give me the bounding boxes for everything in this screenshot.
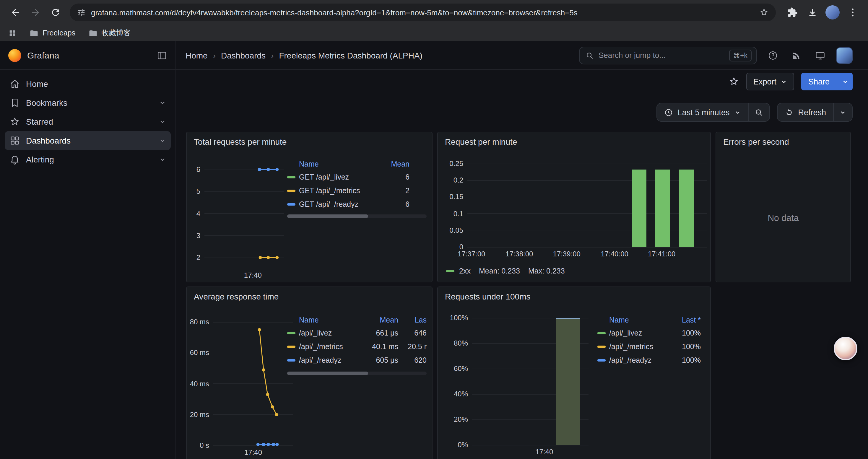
breadcrumb-home[interactable]: Home (186, 51, 208, 60)
time-range-group: Last 5 minutes (656, 103, 770, 122)
sidebar-item-bookmarks[interactable]: Bookmarks (5, 93, 171, 112)
share-dropdown-icon[interactable] (837, 73, 852, 90)
legend-row[interactable]: /api/_/metrics100% (597, 340, 701, 353)
y-axis-label: 40% (438, 390, 468, 398)
plot-area[interactable] (205, 165, 284, 268)
url-text: grafana.mathmast.com/d/deytv4rwavabkb/fr… (91, 8, 754, 17)
x-axis-label: 17:39:00 (540, 250, 593, 258)
legend-row[interactable]: GET /api/_/readyz6 (287, 197, 409, 211)
plot-area[interactable] (213, 317, 293, 446)
dock-menu-icon[interactable] (157, 50, 167, 61)
legend-column-header[interactable]: Last * (671, 316, 701, 324)
timeseries-chart[interactable]: 6543217:40NameMeanGET /api/_livez6GET /a… (187, 132, 432, 282)
grafana-header: Home › Dashboards › Freeleaps Metrics Da… (176, 41, 868, 70)
chevron-down-icon[interactable] (159, 137, 166, 144)
legend-column-header[interactable]: Name (597, 316, 671, 324)
browser-menu-icon[interactable] (843, 3, 862, 22)
legend-column-header[interactable]: Mean (379, 160, 409, 168)
zoom-out-icon[interactable] (748, 103, 769, 121)
bar-chart[interactable]: 100%80%60%40%20%0%17:40NameLast */api/_l… (438, 287, 710, 459)
monitor-icon[interactable] (812, 47, 828, 63)
legend-row[interactable]: /api/_/readyz605 μs620 (287, 353, 427, 367)
chevron-down-icon[interactable] (159, 118, 166, 125)
sidebar-item-alerting[interactable]: Alerting (5, 150, 171, 169)
apps-grid-icon[interactable] (8, 29, 17, 37)
refresh-button[interactable]: Refresh (777, 103, 833, 121)
url-bar[interactable]: grafana.mathmast.com/d/deytv4rwavabkb/fr… (70, 4, 776, 21)
rss-icon[interactable] (789, 47, 804, 63)
legend-row[interactable]: /api/_/readyz100% (597, 353, 701, 367)
downloads-icon[interactable] (803, 3, 822, 22)
gridline (467, 230, 707, 231)
chevron-down-icon (734, 109, 741, 116)
series-name[interactable]: 2xx (459, 267, 471, 275)
extensions-icon[interactable] (783, 3, 802, 22)
legend-row[interactable]: /api/_livez100% (597, 326, 701, 340)
series-name[interactable]: GET /api/_/readyz (287, 200, 379, 208)
sidebar-item-starred[interactable]: Starred (5, 112, 171, 131)
legend-column-header[interactable]: Name (287, 316, 362, 324)
legend-column-header[interactable]: Mean (362, 316, 398, 324)
back-button[interactable] (6, 3, 25, 22)
series-name[interactable]: /api/_/metrics (287, 342, 362, 351)
share-button[interactable]: Share (801, 73, 852, 90)
share-label[interactable]: Share (801, 73, 837, 90)
series-name[interactable]: GET /api/_/metrics (287, 186, 379, 195)
bookmark-label: 收藏博客 (101, 28, 131, 38)
plot-area[interactable] (472, 314, 589, 445)
scrollbar-thumb[interactable] (287, 371, 368, 375)
refresh-interval-dropdown[interactable] (834, 103, 852, 121)
bookmark-folder-freeleaps[interactable]: Freeleaps (30, 29, 75, 37)
series-value: 6 (379, 173, 409, 181)
scrollbar-thumb[interactable] (287, 215, 368, 218)
breadcrumb-dashboards[interactable]: Dashboards (221, 51, 266, 60)
panel-average-response-time: Average response time 80 ms60 ms40 ms20 … (186, 287, 433, 459)
export-button[interactable]: Export (746, 73, 794, 90)
legend-row[interactable]: /api/_livez661 μs646 (287, 326, 427, 340)
series-name[interactable]: /api/_livez (597, 329, 671, 337)
chevron-down-icon[interactable] (159, 99, 166, 106)
legend-row[interactable]: GET /api/_livez6 (287, 170, 409, 184)
search-input[interactable]: Search or jump to... ⌘+k (579, 46, 757, 64)
legend-row[interactable]: GET /api/_/metrics2 (287, 184, 409, 197)
refresh-group: Refresh (777, 103, 852, 122)
x-axis-label: 17:40 (518, 448, 571, 456)
bookmark-folder-blog[interactable]: 收藏博客 (88, 28, 131, 38)
series-name[interactable]: /api/_/readyz (597, 356, 671, 364)
sidebar-item-dashboards[interactable]: Dashboards (5, 131, 171, 150)
sidebar-item-home[interactable]: Home (5, 74, 171, 93)
floating-widget-avatar[interactable] (834, 337, 857, 360)
chevron-down-icon[interactable] (159, 156, 166, 163)
legend-column-header[interactable]: Name (287, 160, 379, 168)
legend-row[interactable]: /api/_/metrics40.1 ms20.5 r (287, 340, 427, 353)
series-name[interactable]: /api/_/metrics (597, 342, 671, 351)
time-range-picker[interactable]: Last 5 minutes (657, 103, 748, 121)
site-info-icon[interactable] (77, 8, 86, 17)
grafana-logo[interactable] (8, 49, 21, 62)
series-name[interactable]: /api/_livez (287, 329, 362, 337)
sidebar-item-label: Home (26, 79, 48, 89)
forward-button[interactable] (26, 3, 45, 22)
bell-icon (9, 154, 20, 165)
reload-button[interactable] (46, 3, 65, 22)
series-name[interactable]: /api/_/readyz (287, 356, 362, 364)
legend-scrollbar[interactable] (287, 371, 427, 375)
bar-chart[interactable]: 0.250.20.150.10.05017:37:0017:38:0017:39… (438, 132, 710, 282)
panel-requests-under-100ms: Requests under 100ms 100%80%60%40%20%0%1… (437, 287, 711, 459)
help-icon[interactable] (765, 47, 780, 63)
plot-area[interactable] (467, 159, 707, 247)
browser-profile-avatar[interactable] (823, 3, 842, 22)
main-area: Home › Dashboards › Freeleaps Metrics Da… (176, 41, 868, 459)
y-axis-label: 80 ms (187, 318, 209, 326)
series-name[interactable]: GET /api/_livez (287, 173, 379, 181)
favorite-star-icon[interactable] (728, 76, 739, 87)
home-icon (9, 78, 20, 89)
export-label: Export (753, 77, 776, 86)
legend-column-header[interactable]: Las (398, 316, 427, 324)
user-profile-avatar[interactable] (836, 47, 852, 64)
timeseries-chart[interactable]: 80 ms60 ms40 ms20 ms0 s17:40NameMeanLas/… (187, 287, 432, 459)
bookmark-star-icon[interactable] (759, 8, 769, 17)
legend-scrollbar[interactable] (287, 215, 427, 218)
series-value: 100% (671, 342, 701, 351)
grafana-app: Grafana Home Bookmarks (0, 41, 868, 459)
